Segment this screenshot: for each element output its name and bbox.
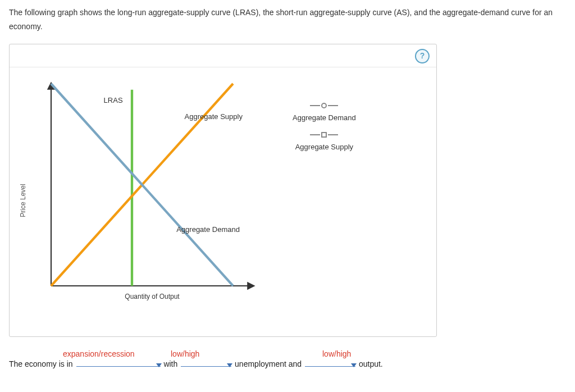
legend-symbol-ad bbox=[309, 102, 339, 109]
svg-marker-3 bbox=[247, 282, 255, 290]
legend-label-as: Aggregate Supply bbox=[295, 143, 353, 151]
chevron-down-icon bbox=[156, 363, 162, 367]
svg-rect-8 bbox=[322, 133, 326, 137]
hint-blank-1: expansion/recession bbox=[63, 346, 135, 362]
sentence-mid2: unemployment and bbox=[235, 359, 304, 368]
legend-item-as[interactable] bbox=[293, 130, 356, 138]
legend-label-ad: Aggregate Demand bbox=[293, 113, 356, 122]
blank-1-dropdown[interactable] bbox=[76, 366, 161, 367]
chart-area: Price Level LRAS Aggregate S bbox=[23, 78, 423, 323]
answer-sentence: expansion/recession low/high low/high Th… bbox=[9, 345, 566, 372]
chevron-down-icon bbox=[351, 363, 357, 367]
graph-panel: ? Price Level LRAS bbox=[9, 44, 437, 337]
legend: Aggregate Demand Aggregate Supply bbox=[293, 101, 356, 156]
legend-item-ad[interactable] bbox=[293, 101, 356, 109]
panel-divider bbox=[10, 67, 436, 67]
x-axis-label: Quantity of Output bbox=[51, 293, 253, 300]
legend-symbol-as bbox=[309, 131, 339, 138]
y-axis-label: Price Level bbox=[19, 184, 27, 217]
blank-2-dropdown[interactable] bbox=[181, 366, 231, 367]
chevron-down-icon bbox=[227, 363, 232, 367]
blank-3-dropdown[interactable] bbox=[305, 366, 355, 367]
sentence-suffix: output. bbox=[359, 359, 383, 368]
svg-point-5 bbox=[322, 103, 326, 108]
hint-blank-2: low/high bbox=[171, 346, 199, 362]
hint-blank-3: low/high bbox=[322, 346, 351, 362]
plot-area[interactable]: LRAS Aggregate Supply Aggregate Demand bbox=[51, 84, 253, 286]
help-icon[interactable]: ? bbox=[415, 49, 430, 63]
question-intro: The following graph shows the long-run a… bbox=[9, 6, 566, 34]
